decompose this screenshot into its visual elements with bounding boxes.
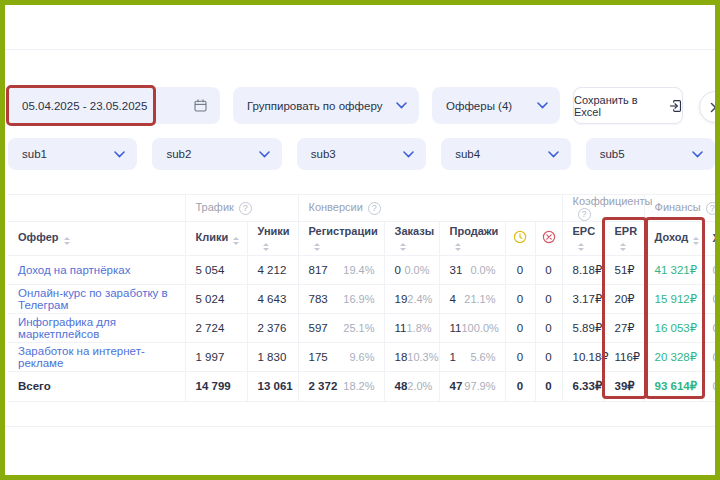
close-icon: [710, 102, 720, 113]
group-finances: Финансы?: [644, 195, 720, 222]
date-range-picker[interactable]: 05.04.2025 - 23.05.2025: [8, 87, 220, 124]
cell-uniques: 13 061: [247, 371, 298, 401]
sort-icon: [693, 237, 699, 245]
group-coefficients: Коэффициенты?: [562, 195, 644, 222]
col-header-rejected[interactable]: [535, 221, 562, 255]
col-header-clicks[interactable]: Клики: [185, 221, 247, 255]
sort-icon: [620, 243, 626, 251]
cell-pending: 0: [505, 255, 535, 284]
offer-link[interactable]: Доход на партнёрках: [18, 264, 130, 276]
sub4-select[interactable]: sub4: [441, 138, 570, 170]
col-header-sales[interactable]: Продажи: [439, 221, 505, 255]
cell-registrations: 597: [309, 322, 328, 334]
group-conversions-label: Конверсии: [309, 201, 363, 213]
stats-table-container: Трафик? Конверсии? Коэффициенты? Финансы…: [8, 194, 720, 402]
cell-income: 93 614₽: [644, 371, 702, 401]
cell-registrations-pct: 25.1%: [343, 322, 374, 334]
col-epc-label: EPC: [573, 225, 596, 237]
cell-epr: 27₽: [604, 313, 644, 342]
col-header-offer[interactable]: Оффер: [8, 221, 185, 255]
sort-icon: [455, 243, 461, 251]
save-excel-button[interactable]: Сохранить в Excel: [573, 87, 683, 124]
cell-orders-pct: 2.0%: [407, 380, 432, 392]
cell-orders-pct: 0.0%: [404, 264, 429, 276]
cell-rejected: 0: [535, 313, 562, 342]
col-header-epr[interactable]: EPR: [604, 221, 644, 255]
offers-select[interactable]: Офферы (4): [432, 87, 560, 124]
cell-clicks: 1 997: [185, 342, 247, 371]
sub1-value: sub1: [22, 148, 47, 160]
cell-registrations: 2 372: [309, 380, 338, 392]
cell-clicks: 5 054: [185, 255, 247, 284]
cell-orders: 11: [395, 322, 407, 334]
bottom-divider: [5, 426, 715, 427]
sort-icon: [578, 243, 584, 251]
col-header-uniques[interactable]: Уники: [247, 221, 298, 255]
col-header-epc[interactable]: EPC: [562, 221, 604, 255]
group-by-value: Группировать по офферу: [247, 100, 382, 112]
col-header-registrations[interactable]: Регистрации: [298, 221, 384, 255]
table-row: Заработок на интернет-рекламе 1 997 1 83…: [8, 342, 720, 371]
cell-epr: 39₽: [604, 371, 644, 401]
help-icon[interactable]: ?: [706, 202, 719, 215]
cell-epr: 116₽: [604, 342, 644, 371]
group-by-select[interactable]: Группировать по офферу: [233, 87, 419, 124]
cancel-circle-icon: [542, 230, 556, 244]
cell-registrations-pct: 19.4%: [343, 264, 374, 276]
cell-rejected: 0: [535, 371, 562, 401]
cell-sales: 47: [450, 380, 463, 392]
filter-row-subs: sub1 sub2 sub3 sub4 sub5: [8, 138, 715, 170]
cell-orders: 48: [395, 380, 408, 392]
group-finances-label: Финансы: [655, 201, 701, 213]
cell-pending: 0: [505, 371, 535, 401]
help-icon[interactable]: ?: [239, 202, 252, 215]
col-header-income[interactable]: Доход: [644, 221, 702, 255]
column-header-row: Оффер Клики Уники Регистрации Заказы Про…: [8, 221, 720, 255]
cell-registrations: 175: [309, 351, 328, 363]
calendar-icon: [193, 98, 208, 113]
cell-pending: 0: [505, 284, 535, 313]
col-header-orders[interactable]: Заказы: [384, 221, 439, 255]
cell-uniques: 4 643: [247, 284, 298, 313]
table-row: Доход на партнёрках 5 054 4 212 81719.4%…: [8, 255, 720, 284]
sub1-select[interactable]: sub1: [8, 138, 137, 170]
sub3-select[interactable]: sub3: [297, 138, 426, 170]
cell-sales-pct: 21.1%: [464, 293, 495, 305]
cell-epr: 20₽: [604, 284, 644, 313]
help-icon[interactable]: ?: [368, 202, 381, 215]
col-uniques-label: Уники: [258, 225, 290, 237]
cell-rejected: 0: [535, 284, 562, 313]
chevron-down-icon: [396, 102, 407, 109]
export-icon: [669, 99, 682, 113]
offer-link[interactable]: Инфографика для маркетплейсов: [18, 316, 116, 340]
col-header-pending[interactable]: [505, 221, 535, 255]
cell-uniques: 2 376: [247, 313, 298, 342]
offers-value: Офферы (4): [446, 100, 512, 112]
col-hold-label: Холд: [713, 232, 720, 244]
sort-icon: [263, 243, 269, 251]
cell-sales-pct: 0.0%: [470, 264, 495, 276]
cell-clicks: 5 024: [185, 284, 247, 313]
col-registrations-label: Регистрации: [309, 225, 378, 237]
col-sales-label: Продажи: [450, 225, 499, 237]
cell-sales: 4: [450, 293, 456, 305]
offer-link[interactable]: Онлайн-курс по заработку в Телеграм: [18, 287, 168, 311]
cell-registrations: 783: [309, 293, 328, 305]
cell-pending: 0: [505, 313, 535, 342]
cell-registrations-pct: 9.6%: [349, 351, 374, 363]
help-icon[interactable]: ?: [578, 208, 591, 221]
cell-registrations-pct: 18.2%: [343, 380, 374, 392]
cell-rejected: 0: [535, 342, 562, 371]
col-clicks-label: Клики: [196, 231, 229, 243]
sub5-value: sub5: [600, 148, 625, 160]
cell-sales: 1: [450, 351, 456, 363]
cell-income: 20 328₽: [644, 342, 702, 371]
offer-link[interactable]: Заработок на интернет-рекламе: [18, 345, 145, 369]
cell-registrations-pct: 16.9%: [343, 293, 374, 305]
col-header-hold[interactable]: Холд: [702, 221, 720, 255]
sub2-select[interactable]: sub2: [152, 138, 281, 170]
cell-epc: 10.18₽: [562, 342, 604, 371]
cell-epc: 5.89₽: [562, 313, 604, 342]
cell-orders-pct: 10.3%: [407, 351, 438, 363]
sub5-select[interactable]: sub5: [586, 138, 715, 170]
